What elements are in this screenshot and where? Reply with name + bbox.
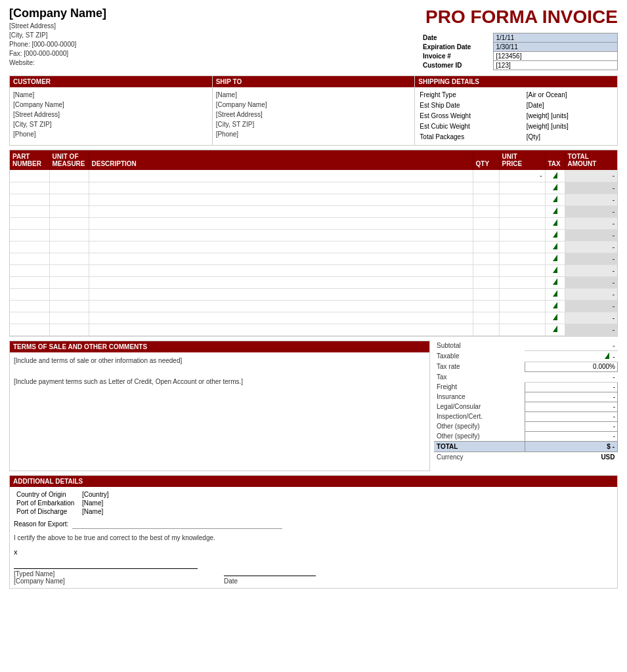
additional-section: ADDITIONAL DETAILS Country of Origin [Co… [9, 475, 618, 589]
signature-block: x [Typed Name] [Company Name] [14, 548, 198, 585]
th-description: DESCRIPTION [89, 150, 473, 170]
freight-value[interactable]: - [525, 382, 617, 392]
customer-content: [Name] [Company Name] [Street Address] [… [10, 87, 212, 142]
invoice-num-value[interactable]: [123456] [493, 52, 618, 61]
terms-line1: [Include and terms of sale or other info… [14, 356, 425, 366]
table-row[interactable]: - [10, 253, 617, 264]
city-state-zip: [City, ST ZIP] [9, 31, 421, 40]
tax-check-icon [553, 266, 557, 273]
website: Website: [9, 58, 421, 68]
table-row[interactable]: - [10, 288, 617, 300]
tax-check-icon [553, 290, 557, 297]
ship-to-company: [Company Name] [216, 100, 412, 110]
date-sig-label: Date [224, 578, 316, 585]
subtotal-label: Subtotal [434, 341, 525, 351]
freight-type-label: Freight Type [418, 90, 525, 100]
date-sig-block: Date [224, 564, 316, 585]
shipping-details-header: SHIPPING DETAILS [415, 76, 617, 87]
other1-value[interactable]: - [525, 421, 617, 431]
th-unit-of-measure: UNIT OFMEASURE [49, 150, 89, 170]
total-packages-label: Total Packages [418, 132, 525, 142]
freight-type-value: [Air or Ocean] [525, 90, 614, 100]
inspection-value[interactable]: - [525, 411, 617, 421]
shipping-details-col: SHIPPING DETAILS Freight Type [Air or Oc… [415, 76, 617, 145]
country-value: [Country] [79, 490, 145, 499]
tax-check-icon [553, 278, 557, 285]
additional-header: ADDITIONAL DETAILS [10, 476, 617, 487]
header: [Company Name] [Street Address] [City, S… [9, 7, 618, 70]
inspection-label: Inspection/Cert. [434, 411, 525, 421]
other2-label: Other (specify) [434, 431, 525, 442]
reason-label: Reason for Export: [14, 520, 68, 528]
customer-header: CUSTOMER [10, 76, 212, 87]
subtotal-value: - [525, 341, 617, 351]
freight-label: Freight [434, 382, 525, 392]
port-embark-label: Port of Embarkation [14, 499, 79, 507]
customer-id-value[interactable]: [123] [493, 61, 618, 70]
x-mark: x [14, 548, 198, 556]
invoice-num-label: Invoice # [421, 52, 493, 61]
legal-value[interactable]: - [525, 402, 617, 411]
street-address: [Street Address] [9, 22, 421, 31]
th-part-number: PARTNUMBER [10, 150, 49, 170]
table-row[interactable]: - [10, 217, 617, 229]
terms-header: TERMS OF SALE AND OTHER COMMENTS [10, 341, 429, 352]
port-discharge-value: [Name] [79, 507, 145, 516]
th-unit-price: UNITPRICE [499, 150, 545, 170]
customer-company: [Company Name] [13, 100, 209, 110]
taxable-check-icon [605, 352, 609, 359]
table-row[interactable]: -- [10, 170, 617, 182]
table-row[interactable]: - [10, 205, 617, 217]
insurance-value[interactable]: - [525, 392, 617, 402]
info-section: CUSTOMER [Name] [Company Name] [Street A… [9, 75, 618, 146]
table-row[interactable]: - [10, 241, 617, 253]
other2-value[interactable]: - [525, 431, 617, 442]
additional-content: Country of Origin [Country] Port of Emba… [10, 487, 617, 588]
terms-section: TERMS OF SALE AND OTHER COMMENTS [Includ… [9, 341, 430, 471]
est-cubic-weight-value: [weight] [units] [525, 121, 614, 132]
expiration-value[interactable]: 1/30/11 [493, 43, 618, 52]
total-packages-value: [Qty] [525, 132, 614, 142]
terms-line2: [Include payment terms such as Letter of… [14, 377, 425, 387]
table-row[interactable]: - [10, 264, 617, 276]
table-row[interactable]: - [10, 229, 617, 241]
th-tax: TAX [545, 150, 565, 170]
est-gross-weight-value: [weight] [units] [525, 111, 614, 121]
legal-label: Legal/Consular [434, 402, 525, 411]
company-name: [Company Name] [9, 7, 421, 20]
table-row[interactable]: - [10, 182, 617, 194]
tax-check-icon [553, 207, 557, 214]
country-label: Country of Origin [14, 490, 79, 499]
items-table-wrapper: PARTNUMBER UNIT OFMEASURE DESCRIPTION QT… [9, 150, 618, 337]
reason-input[interactable] [72, 520, 282, 529]
date-value[interactable]: 1/1/11 [493, 33, 618, 43]
tax-check-icon [553, 231, 557, 238]
table-row[interactable]: - [10, 324, 617, 335]
tax-check-icon [553, 255, 557, 261]
tax-check-icon [553, 196, 557, 202]
tax-check-icon [553, 243, 557, 249]
est-gross-weight-label: Est Gross Weight [418, 111, 525, 121]
company-info: [Company Name] [Street Address] [City, S… [9, 7, 421, 68]
table-row[interactable]: - [10, 312, 617, 324]
invoice-title: PRO FORMA INVOICE [425, 7, 618, 28]
phone: Phone: [000-000-0000] [9, 40, 421, 49]
expiration-label: Expiration Date [421, 43, 493, 52]
th-qty: QTY [473, 150, 499, 170]
total-value: $ - [525, 442, 617, 452]
est-ship-date-label: Est Ship Date [418, 100, 525, 111]
bottom-section: TERMS OF SALE AND OTHER COMMENTS [Includ… [9, 341, 618, 471]
table-row[interactable]: - [10, 300, 617, 312]
table-row[interactable]: - [10, 194, 617, 205]
table-row[interactable]: - [10, 276, 617, 288]
th-total-amount: TOTAL AMOUNT [565, 150, 617, 170]
tax-label: Tax [434, 371, 525, 382]
tax-rate-value[interactable]: 0.000% [525, 362, 617, 371]
signature-line [14, 557, 198, 569]
tax-rate-label: Tax rate [434, 362, 525, 371]
sig-company-name: [Company Name] [14, 578, 198, 585]
port-discharge-label: Port of Discharge [14, 507, 79, 516]
customer-name: [Name] [13, 90, 209, 100]
date-block: Date 1/1/11 Expiration Date 1/30/11 Invo… [421, 33, 618, 70]
other1-label: Other (specify) [434, 421, 525, 431]
